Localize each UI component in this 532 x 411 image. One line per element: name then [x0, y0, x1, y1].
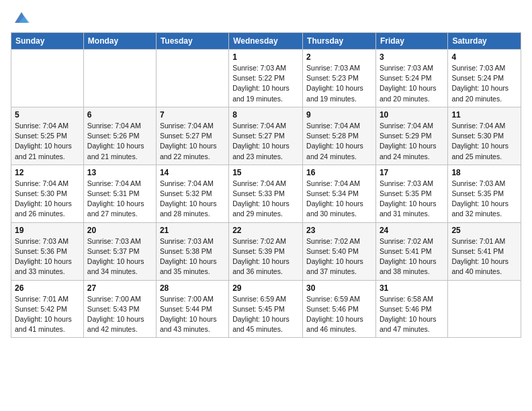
day-number: 16	[306, 168, 372, 177]
day-number: 24	[380, 226, 444, 235]
day-number: 11	[451, 110, 517, 120]
calendar-cell: 26Sunrise: 7:01 AM Sunset: 5:42 PM Dayli…	[11, 280, 84, 338]
day-info: Sunrise: 7:03 AM Sunset: 5:35 PM Dayligh…	[380, 179, 444, 220]
day-number: 25	[451, 226, 517, 235]
day-number: 14	[160, 168, 225, 177]
day-number: 30	[306, 283, 372, 293]
day-info: Sunrise: 7:04 AM Sunset: 5:32 PM Dayligh…	[160, 179, 225, 220]
calendar-cell: 28Sunrise: 7:00 AM Sunset: 5:44 PM Dayli…	[156, 280, 228, 338]
day-info: Sunrise: 7:02 AM Sunset: 5:40 PM Dayligh…	[306, 236, 372, 277]
logo	[11, 11, 31, 26]
day-info: Sunrise: 7:03 AM Sunset: 5:23 PM Dayligh…	[306, 63, 372, 104]
weekday-header-row: SundayMondayTuesdayWednesdayThursdayFrid…	[11, 33, 521, 50]
day-number: 23	[306, 226, 372, 235]
day-info: Sunrise: 6:59 AM Sunset: 5:46 PM Dayligh…	[306, 294, 372, 335]
calendar-cell: 14Sunrise: 7:04 AM Sunset: 5:32 PM Dayli…	[156, 165, 228, 222]
day-number: 21	[160, 226, 225, 235]
day-info: Sunrise: 7:04 AM Sunset: 5:25 PM Dayligh…	[15, 121, 80, 162]
day-number: 15	[232, 168, 299, 177]
day-number: 6	[87, 110, 152, 120]
page-container: SundayMondayTuesdayWednesdayThursdayFrid…	[0, 0, 532, 345]
day-number: 19	[15, 226, 80, 235]
day-info: Sunrise: 7:04 AM Sunset: 5:30 PM Dayligh…	[451, 121, 517, 162]
calendar-cell: 20Sunrise: 7:03 AM Sunset: 5:37 PM Dayli…	[83, 222, 156, 280]
day-info: Sunrise: 7:03 AM Sunset: 5:37 PM Dayligh…	[87, 236, 152, 277]
day-number: 20	[87, 226, 152, 235]
day-info: Sunrise: 7:00 AM Sunset: 5:43 PM Dayligh…	[87, 294, 152, 335]
calendar-cell: 13Sunrise: 7:04 AM Sunset: 5:31 PM Dayli…	[83, 165, 156, 222]
day-info: Sunrise: 6:58 AM Sunset: 5:46 PM Dayligh…	[380, 294, 444, 335]
day-info: Sunrise: 7:04 AM Sunset: 5:27 PM Dayligh…	[232, 121, 299, 162]
calendar-week-5: 26Sunrise: 7:01 AM Sunset: 5:42 PM Dayli…	[11, 280, 521, 338]
day-number: 27	[87, 283, 152, 293]
day-number: 5	[15, 110, 80, 120]
calendar-table: SundayMondayTuesdayWednesdayThursdayFrid…	[11, 32, 521, 338]
calendar-cell: 3Sunrise: 7:03 AM Sunset: 5:24 PM Daylig…	[375, 50, 447, 107]
day-number: 17	[380, 168, 444, 177]
calendar-cell: 10Sunrise: 7:04 AM Sunset: 5:29 PM Dayli…	[375, 107, 447, 165]
calendar-cell: 27Sunrise: 7:00 AM Sunset: 5:43 PM Dayli…	[83, 280, 156, 338]
calendar-cell: 17Sunrise: 7:03 AM Sunset: 5:35 PM Dayli…	[375, 165, 447, 222]
day-number: 29	[232, 283, 299, 293]
calendar-week-4: 19Sunrise: 7:03 AM Sunset: 5:36 PM Dayli…	[11, 222, 521, 280]
day-info: Sunrise: 7:03 AM Sunset: 5:38 PM Dayligh…	[160, 236, 225, 277]
calendar-week-1: 1Sunrise: 7:03 AM Sunset: 5:22 PM Daylig…	[11, 50, 521, 107]
header	[11, 11, 521, 26]
day-number: 31	[380, 283, 444, 293]
day-info: Sunrise: 7:02 AM Sunset: 5:41 PM Dayligh…	[380, 236, 444, 277]
calendar-cell	[83, 50, 156, 107]
day-info: Sunrise: 7:04 AM Sunset: 5:33 PM Dayligh…	[232, 179, 299, 220]
calendar-header: SundayMondayTuesdayWednesdayThursdayFrid…	[11, 33, 521, 50]
day-number: 2	[306, 52, 372, 62]
day-number: 9	[306, 110, 372, 120]
calendar-cell	[11, 50, 84, 107]
day-number: 28	[160, 283, 225, 293]
weekday-header-thursday: Thursday	[303, 33, 376, 50]
weekday-header-sunday: Sunday	[11, 33, 84, 50]
day-info: Sunrise: 7:04 AM Sunset: 5:34 PM Dayligh…	[306, 179, 372, 220]
day-info: Sunrise: 7:01 AM Sunset: 5:41 PM Dayligh…	[451, 236, 517, 277]
calendar-cell: 11Sunrise: 7:04 AM Sunset: 5:30 PM Dayli…	[448, 107, 521, 165]
day-number: 4	[451, 52, 517, 62]
day-info: Sunrise: 7:03 AM Sunset: 5:22 PM Dayligh…	[232, 63, 299, 104]
weekday-header-saturday: Saturday	[448, 33, 521, 50]
day-number: 8	[232, 110, 299, 120]
calendar-cell: 25Sunrise: 7:01 AM Sunset: 5:41 PM Dayli…	[448, 222, 521, 280]
day-info: Sunrise: 7:02 AM Sunset: 5:39 PM Dayligh…	[232, 236, 299, 277]
day-number: 26	[15, 283, 80, 293]
day-number: 12	[15, 168, 80, 177]
calendar-cell: 23Sunrise: 7:02 AM Sunset: 5:40 PM Dayli…	[303, 222, 376, 280]
day-info: Sunrise: 7:03 AM Sunset: 5:24 PM Dayligh…	[380, 63, 444, 104]
day-info: Sunrise: 7:04 AM Sunset: 5:30 PM Dayligh…	[15, 179, 80, 220]
calendar-cell: 4Sunrise: 7:03 AM Sunset: 5:24 PM Daylig…	[448, 50, 521, 107]
day-info: Sunrise: 7:03 AM Sunset: 5:35 PM Dayligh…	[451, 179, 517, 220]
calendar-cell: 18Sunrise: 7:03 AM Sunset: 5:35 PM Dayli…	[448, 165, 521, 222]
calendar-cell: 8Sunrise: 7:04 AM Sunset: 5:27 PM Daylig…	[229, 107, 303, 165]
calendar-cell	[448, 280, 521, 338]
day-info: Sunrise: 7:04 AM Sunset: 5:31 PM Dayligh…	[87, 179, 152, 220]
logo-icon	[12, 11, 31, 26]
day-info: Sunrise: 7:01 AM Sunset: 5:42 PM Dayligh…	[15, 294, 80, 335]
calendar-cell: 9Sunrise: 7:04 AM Sunset: 5:28 PM Daylig…	[303, 107, 376, 165]
calendar-cell: 30Sunrise: 6:59 AM Sunset: 5:46 PM Dayli…	[303, 280, 376, 338]
calendar-cell: 5Sunrise: 7:04 AM Sunset: 5:25 PM Daylig…	[11, 107, 84, 165]
calendar-cell: 22Sunrise: 7:02 AM Sunset: 5:39 PM Dayli…	[229, 222, 303, 280]
weekday-header-friday: Friday	[375, 33, 447, 50]
calendar-week-2: 5Sunrise: 7:04 AM Sunset: 5:25 PM Daylig…	[11, 107, 521, 165]
day-info: Sunrise: 7:04 AM Sunset: 5:29 PM Dayligh…	[380, 121, 444, 162]
day-info: Sunrise: 7:00 AM Sunset: 5:44 PM Dayligh…	[160, 294, 225, 335]
day-number: 1	[232, 52, 299, 62]
day-number: 18	[451, 168, 517, 177]
calendar-cell: 24Sunrise: 7:02 AM Sunset: 5:41 PM Dayli…	[375, 222, 447, 280]
weekday-header-wednesday: Wednesday	[229, 33, 303, 50]
day-info: Sunrise: 6:59 AM Sunset: 5:45 PM Dayligh…	[232, 294, 299, 335]
day-number: 10	[380, 110, 444, 120]
weekday-header-monday: Monday	[83, 33, 156, 50]
calendar-cell: 31Sunrise: 6:58 AM Sunset: 5:46 PM Dayli…	[375, 280, 447, 338]
day-info: Sunrise: 7:03 AM Sunset: 5:36 PM Dayligh…	[15, 236, 80, 277]
day-number: 7	[160, 110, 225, 120]
calendar-cell: 2Sunrise: 7:03 AM Sunset: 5:23 PM Daylig…	[303, 50, 376, 107]
calendar-cell: 19Sunrise: 7:03 AM Sunset: 5:36 PM Dayli…	[11, 222, 84, 280]
day-info: Sunrise: 7:03 AM Sunset: 5:24 PM Dayligh…	[451, 63, 517, 104]
calendar-cell: 6Sunrise: 7:04 AM Sunset: 5:26 PM Daylig…	[83, 107, 156, 165]
